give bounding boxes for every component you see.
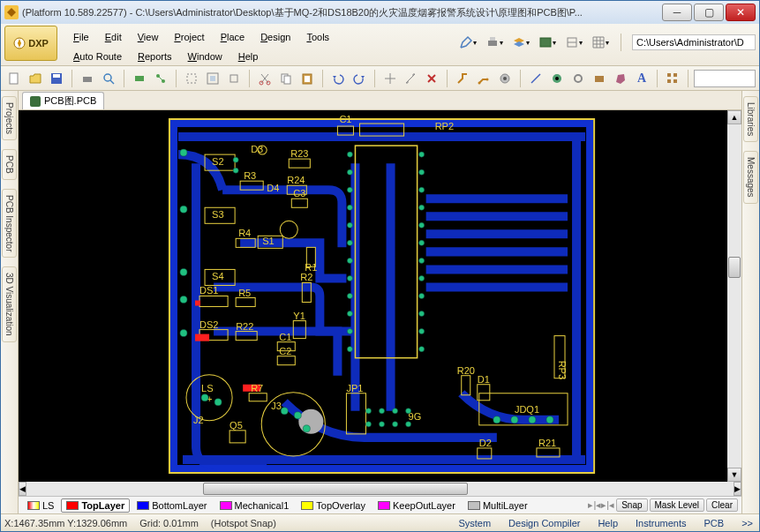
redo-icon[interactable] [350,69,369,88]
array-icon[interactable] [663,69,682,88]
layer-dropdown[interactable] [694,70,756,87]
via2-icon[interactable] [568,69,588,88]
status-system[interactable]: System [455,518,493,528]
menu-reports[interactable]: Reports [131,49,179,64]
svg-point-140 [419,169,425,175]
layer-tab-toplayer[interactable]: TopLayer [61,498,130,513]
svg-text:J3: J3 [271,401,282,411]
panel-pcb-inspector[interactable]: PCB Inspector [2,189,17,258]
close-button[interactable]: ✕ [726,4,756,21]
layer-tab-bottomlayer[interactable]: BottomLayer [132,498,212,513]
dxp-button[interactable]: DXP [4,26,57,61]
svg-rect-18 [210,76,215,81]
hscroll-thumb[interactable] [203,483,468,495]
pcb-canvas[interactable]: RP2 C1 S2 D3 R23 R3 D4 R24 C3 S3 R4 [19,110,727,482]
layer-nav-icons[interactable]: ▸|◂▸|◂ [588,499,614,511]
layer-tab-keepoutlayer[interactable]: KeepOutLayer [372,498,461,513]
netlist-icon[interactable] [151,69,170,88]
svg-point-150 [419,347,425,352]
interactive-route-icon[interactable] [474,69,493,88]
panel-projects[interactable]: Projects [2,96,17,140]
layer-tab-multilayer[interactable]: MultiLayer [463,498,533,513]
track-icon[interactable] [453,69,472,88]
panel-pcb[interactable]: PCB [2,149,17,180]
mask-level-button[interactable]: Mask Level [650,498,705,512]
scroll-right-button[interactable]: ▶ [734,482,741,496]
panel-3d[interactable]: 3D Visualization [2,266,17,342]
menu-help[interactable]: Help [231,49,266,64]
minimize-button[interactable]: ─ [662,4,692,21]
pad-icon[interactable] [547,69,567,88]
zoom-dd-icon[interactable]: ▾ [564,33,583,52]
paste-icon[interactable] [297,69,317,88]
menu-view[interactable]: View [131,29,166,45]
print-icon[interactable]: ▾ [485,33,504,52]
menu-project[interactable]: Project [167,29,211,45]
svg-text:Q5: Q5 [230,420,243,431]
status-more[interactable]: >> [739,518,756,528]
svg-text:R22: R22 [236,321,253,332]
svg-rect-12 [135,76,144,81]
status-pcb[interactable]: PCB [702,518,727,528]
svg-point-159 [406,408,411,414]
menu-design[interactable]: Design [253,29,297,45]
open-icon[interactable] [26,69,45,88]
string-icon[interactable]: A [632,69,651,88]
measure-icon[interactable] [402,69,421,88]
snap-button[interactable]: Snap [616,498,647,512]
new-icon[interactable] [4,69,24,88]
polygon-icon[interactable] [611,69,630,88]
scroll-down-button[interactable]: ▼ [727,468,741,482]
menu-window[interactable]: Window [181,49,230,64]
menu-file[interactable]: File [66,29,96,45]
menu-place[interactable]: Place [214,29,252,45]
copy-icon[interactable] [276,69,296,88]
menu-row-1: File Edit View Project Place Design Tool… [66,29,336,45]
crosshair-icon[interactable] [380,69,400,88]
svg-line-15 [159,77,162,80]
vscroll-thumb[interactable] [728,257,741,278]
cut-icon[interactable] [255,69,275,88]
grid-icon[interactable]: ▾ [591,33,610,52]
status-coords: X:1467.35mm Y:1329.06mm [4,518,127,528]
vertical-scrollbar[interactable]: ▲ ▼ [727,110,741,482]
scroll-up-button[interactable]: ▲ [727,110,741,124]
status-help[interactable]: Help [595,518,621,528]
doc-tab-pcb[interactable]: PCB图.PCB [22,92,104,109]
layers-icon[interactable]: ▾ [511,33,530,52]
layer-tab-mechanical1[interactable]: Mechanical1 [214,498,295,513]
svg-point-151 [201,394,208,401]
status-instruments[interactable]: Instruments [633,518,689,528]
status-design-compiler[interactable]: Design Compiler [506,518,583,528]
panel-messages[interactable]: Messages [743,151,758,204]
horizontal-scrollbar[interactable]: ◀ ▶ [19,482,741,496]
svg-text:Y1: Y1 [293,311,305,321]
cancel-icon[interactable] [422,69,441,88]
svg-point-162 [393,422,398,427]
zoom-fit-icon[interactable] [203,69,222,88]
svg-point-144 [419,240,425,245]
save-icon[interactable] [47,69,66,88]
zoom-sel-icon[interactable] [224,69,244,88]
line-icon[interactable] [526,69,546,88]
menu-edit[interactable]: Edit [98,29,129,45]
clear-button[interactable]: Clear [706,498,738,512]
scroll-left-button[interactable]: ◀ [19,482,26,496]
pencil-icon[interactable]: ▾ [458,33,478,52]
layer-swatch [301,501,313,510]
maximize-button[interactable]: ▢ [694,4,724,21]
board-icon[interactable]: ▾ [538,33,557,52]
panel-libraries[interactable]: Libraries [743,96,758,142]
layer-tab-topoverlay[interactable]: TopOverlay [296,498,371,513]
fill-icon[interactable] [590,69,609,88]
layer-tab-ls[interactable]: LS [22,498,59,513]
component-icon[interactable] [130,69,149,88]
undo-icon[interactable] [328,69,348,88]
zoom-area-icon[interactable] [182,69,201,88]
menu-autoroute[interactable]: Auto Route [66,49,129,64]
via-icon[interactable] [495,69,515,88]
print2-icon[interactable] [78,69,97,88]
svg-point-127 [347,152,352,157]
menu-tools[interactable]: Tools [299,29,336,45]
preview-icon[interactable] [99,69,118,88]
